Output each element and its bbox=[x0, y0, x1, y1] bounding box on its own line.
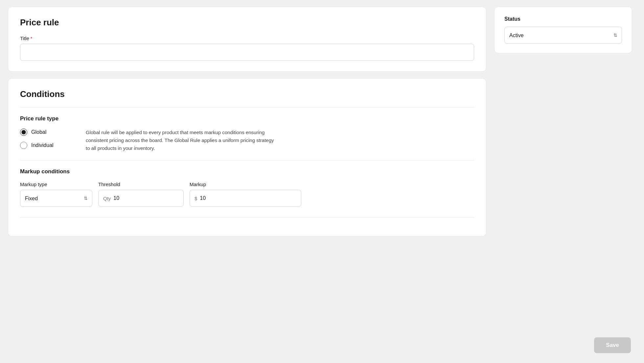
markup-input[interactable] bbox=[200, 195, 296, 201]
price-rule-type-section: Price rule type Global Individual Global… bbox=[20, 115, 474, 152]
radio-individual[interactable]: Individual bbox=[20, 142, 73, 149]
threshold-group: Threshold Qty bbox=[98, 182, 184, 207]
status-label: Status bbox=[504, 16, 622, 22]
markup-type-label: Markup type bbox=[20, 182, 92, 187]
markup-prefix: $ bbox=[195, 196, 197, 201]
markup-conditions-label: Markup conditions bbox=[20, 168, 474, 175]
price-rule-title: Price rule bbox=[20, 17, 474, 28]
radio-global-input[interactable] bbox=[20, 129, 27, 136]
price-rule-type-row: Global Individual Global rule will be ap… bbox=[20, 129, 474, 152]
threshold-input[interactable] bbox=[113, 195, 179, 201]
radio-individual-label: Individual bbox=[31, 142, 54, 148]
radio-global-label: Global bbox=[31, 129, 46, 135]
threshold-label: Threshold bbox=[98, 182, 184, 187]
threshold-prefix: Qty bbox=[103, 196, 111, 201]
title-input[interactable] bbox=[20, 44, 474, 61]
markup-fields-row: Markup type Fixed Percentage ⇅ Threshold bbox=[20, 182, 474, 207]
radio-group: Global Individual bbox=[20, 129, 73, 149]
status-card: Status Active Inactive ⇅ bbox=[494, 7, 632, 53]
price-rule-type-label: Price rule type bbox=[20, 115, 474, 122]
conditions-card: Conditions Price rule type Global Indivi… bbox=[8, 78, 486, 236]
status-select-wrapper: Active Inactive ⇅ bbox=[504, 27, 622, 44]
threshold-input-wrapper: Qty bbox=[98, 190, 184, 207]
conditions-title: Conditions bbox=[20, 89, 474, 99]
markup-input-wrapper: $ bbox=[190, 190, 301, 207]
divider-2 bbox=[20, 160, 474, 160]
price-rule-description: Global rule will be applied to every pro… bbox=[86, 129, 276, 152]
divider-1 bbox=[20, 107, 474, 108]
title-label: Title * bbox=[20, 36, 474, 41]
save-button[interactable]: Save bbox=[594, 337, 631, 353]
status-select[interactable]: Active Inactive bbox=[504, 27, 622, 44]
price-rule-card: Price rule Title * bbox=[8, 7, 486, 72]
page-layout: Price rule Title * Conditions Price rule… bbox=[8, 7, 632, 236]
markup-conditions-section: Markup conditions Markup type Fixed Perc… bbox=[20, 168, 474, 207]
markup-group: Markup $ bbox=[190, 182, 301, 207]
markup-type-group: Markup type Fixed Percentage ⇅ bbox=[20, 182, 92, 207]
divider-3 bbox=[20, 217, 474, 218]
radio-global[interactable]: Global bbox=[20, 129, 73, 136]
left-column: Price rule Title * Conditions Price rule… bbox=[8, 7, 486, 236]
markup-type-select-wrapper: Fixed Percentage ⇅ bbox=[20, 190, 92, 207]
radio-individual-input[interactable] bbox=[20, 142, 27, 149]
right-column: Status Active Inactive ⇅ bbox=[494, 7, 632, 236]
markup-label: Markup bbox=[190, 182, 301, 187]
required-star: * bbox=[31, 36, 33, 41]
markup-type-select[interactable]: Fixed Percentage bbox=[20, 190, 92, 207]
title-field-group: Title * bbox=[20, 36, 474, 61]
